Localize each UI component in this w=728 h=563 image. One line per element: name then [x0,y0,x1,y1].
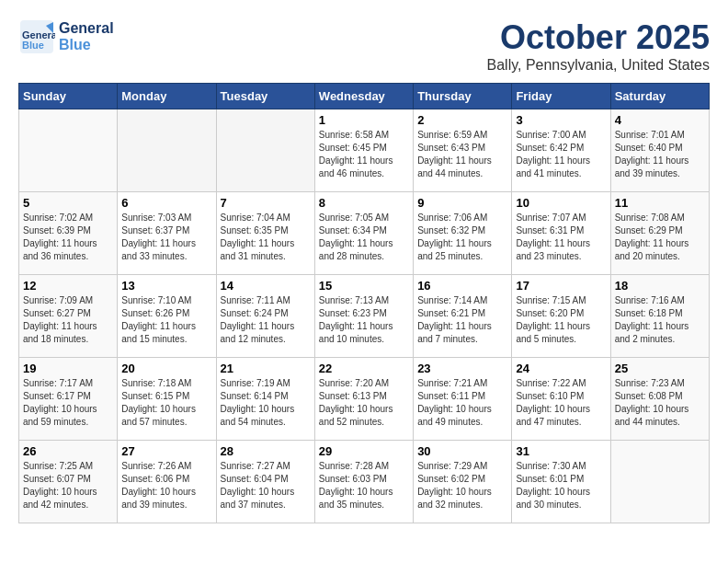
logo-text: GeneralBlue [59,20,114,53]
calendar-cell: 3Sunrise: 7:00 AM Sunset: 6:42 PM Daylig… [512,109,610,192]
calendar-header-saturday: Saturday [610,84,709,109]
location-title: Bally, Pennsylvania, United States [487,57,711,74]
logo: General Blue GeneralBlue [18,18,114,55]
calendar-week-5: 26Sunrise: 7:25 AM Sunset: 6:07 PM Dayli… [19,441,710,523]
day-info: Sunrise: 7:02 AM Sunset: 6:39 PM Dayligh… [23,212,113,263]
day-number: 18 [615,279,705,293]
day-number: 30 [417,444,507,458]
day-info: Sunrise: 7:09 AM Sunset: 6:27 PM Dayligh… [23,294,113,346]
calendar-cell: 23Sunrise: 7:21 AM Sunset: 6:11 PM Dayli… [414,358,512,441]
day-info: Sunrise: 7:18 AM Sunset: 6:15 PM Dayligh… [121,377,211,429]
calendar-cell: 17Sunrise: 7:15 AM Sunset: 6:20 PM Dayli… [512,275,610,358]
day-info: Sunrise: 7:10 AM Sunset: 6:26 PM Dayligh… [121,294,211,346]
day-number: 14 [221,279,311,293]
day-info: Sunrise: 7:26 AM Sunset: 6:06 PM Dayligh… [121,460,211,511]
calendar-cell: 19Sunrise: 7:17 AM Sunset: 6:17 PM Dayli… [19,358,118,441]
day-number: 31 [516,444,606,458]
day-number: 20 [121,362,211,375]
calendar-cell: 13Sunrise: 7:10 AM Sunset: 6:26 PM Dayli… [118,275,216,358]
calendar-cell: 30Sunrise: 7:29 AM Sunset: 6:02 PM Dayli… [414,441,512,523]
day-number: 28 [221,444,311,458]
calendar-header-row: SundayMondayTuesdayWednesdayThursdayFrid… [19,84,710,109]
day-number: 3 [516,113,606,127]
calendar-cell: 20Sunrise: 7:18 AM Sunset: 6:15 PM Dayli… [118,358,216,441]
calendar-cell: 4Sunrise: 7:01 AM Sunset: 6:40 PM Daylig… [610,109,709,192]
day-number: 27 [121,444,211,458]
day-info: Sunrise: 7:15 AM Sunset: 6:20 PM Dayligh… [516,294,606,346]
day-info: Sunrise: 7:13 AM Sunset: 6:23 PM Dayligh… [319,294,409,346]
calendar-header-tuesday: Tuesday [216,84,314,109]
calendar-cell: 8Sunrise: 7:05 AM Sunset: 6:34 PM Daylig… [314,192,413,275]
day-info: Sunrise: 7:28 AM Sunset: 6:03 PM Dayligh… [319,460,409,511]
calendar-header-sunday: Sunday [19,84,118,109]
calendar-cell [216,109,314,192]
day-number: 16 [417,279,507,293]
day-info: Sunrise: 7:27 AM Sunset: 6:04 PM Dayligh… [221,460,311,511]
day-number: 4 [615,113,705,127]
calendar-cell: 21Sunrise: 7:19 AM Sunset: 6:14 PM Dayli… [216,358,314,441]
svg-text:Blue: Blue [22,40,44,51]
calendar-cell [118,109,216,192]
calendar-cell: 12Sunrise: 7:09 AM Sunset: 6:27 PM Dayli… [19,275,118,358]
day-info: Sunrise: 7:20 AM Sunset: 6:13 PM Dayligh… [319,377,409,429]
calendar-cell: 5Sunrise: 7:02 AM Sunset: 6:39 PM Daylig… [19,192,118,275]
calendar-week-2: 5Sunrise: 7:02 AM Sunset: 6:39 PM Daylig… [19,192,710,275]
calendar-cell [610,441,709,523]
calendar-header-thursday: Thursday [414,84,512,109]
day-number: 6 [121,196,211,210]
calendar-table: SundayMondayTuesdayWednesdayThursdayFrid… [18,83,710,523]
day-info: Sunrise: 7:01 AM Sunset: 6:40 PM Dayligh… [615,129,705,180]
day-info: Sunrise: 6:58 AM Sunset: 6:45 PM Dayligh… [319,129,409,180]
day-number: 17 [516,279,606,293]
calendar-header-monday: Monday [118,84,216,109]
day-number: 5 [23,196,113,210]
calendar-cell: 28Sunrise: 7:27 AM Sunset: 6:04 PM Dayli… [216,441,314,523]
day-number: 19 [23,362,113,375]
day-info: Sunrise: 7:22 AM Sunset: 6:10 PM Dayligh… [516,377,606,429]
day-info: Sunrise: 6:59 AM Sunset: 6:43 PM Dayligh… [417,129,507,180]
calendar-week-3: 12Sunrise: 7:09 AM Sunset: 6:27 PM Dayli… [19,275,710,358]
calendar-week-4: 19Sunrise: 7:17 AM Sunset: 6:17 PM Dayli… [19,358,710,441]
page-header: General Blue GeneralBlue October 2025 Ba… [18,18,710,74]
calendar-header-wednesday: Wednesday [314,84,413,109]
day-info: Sunrise: 7:17 AM Sunset: 6:17 PM Dayligh… [23,377,113,429]
day-number: 9 [417,196,507,210]
calendar-cell: 11Sunrise: 7:08 AM Sunset: 6:29 PM Dayli… [610,192,709,275]
calendar-cell: 18Sunrise: 7:16 AM Sunset: 6:18 PM Dayli… [610,275,709,358]
day-number: 1 [319,113,409,127]
day-info: Sunrise: 7:19 AM Sunset: 6:14 PM Dayligh… [221,377,311,429]
day-info: Sunrise: 7:06 AM Sunset: 6:32 PM Dayligh… [417,212,507,263]
calendar-cell: 9Sunrise: 7:06 AM Sunset: 6:32 PM Daylig… [414,192,512,275]
day-number: 22 [319,362,409,375]
day-info: Sunrise: 7:29 AM Sunset: 6:02 PM Dayligh… [417,460,507,511]
calendar-cell: 7Sunrise: 7:04 AM Sunset: 6:35 PM Daylig… [216,192,314,275]
day-info: Sunrise: 7:11 AM Sunset: 6:24 PM Dayligh… [221,294,311,346]
day-info: Sunrise: 7:00 AM Sunset: 6:42 PM Dayligh… [516,129,606,180]
calendar-cell [19,109,118,192]
day-number: 11 [615,196,705,210]
calendar-cell: 25Sunrise: 7:23 AM Sunset: 6:08 PM Dayli… [610,358,709,441]
day-info: Sunrise: 7:23 AM Sunset: 6:08 PM Dayligh… [615,377,705,429]
day-number: 21 [221,362,311,375]
day-info: Sunrise: 7:16 AM Sunset: 6:18 PM Dayligh… [615,294,705,346]
calendar-cell: 2Sunrise: 6:59 AM Sunset: 6:43 PM Daylig… [414,109,512,192]
day-number: 10 [516,196,606,210]
calendar-cell: 26Sunrise: 7:25 AM Sunset: 6:07 PM Dayli… [19,441,118,523]
calendar-header-friday: Friday [512,84,610,109]
calendar-cell: 29Sunrise: 7:28 AM Sunset: 6:03 PM Dayli… [314,441,413,523]
day-number: 26 [23,444,113,458]
calendar-cell: 10Sunrise: 7:07 AM Sunset: 6:31 PM Dayli… [512,192,610,275]
calendar-cell: 27Sunrise: 7:26 AM Sunset: 6:06 PM Dayli… [118,441,216,523]
calendar-cell: 15Sunrise: 7:13 AM Sunset: 6:23 PM Dayli… [314,275,413,358]
calendar-week-1: 1Sunrise: 6:58 AM Sunset: 6:45 PM Daylig… [19,109,710,192]
day-number: 13 [121,279,211,293]
day-info: Sunrise: 7:03 AM Sunset: 6:37 PM Dayligh… [121,212,211,263]
day-number: 12 [23,279,113,293]
calendar-cell: 24Sunrise: 7:22 AM Sunset: 6:10 PM Dayli… [512,358,610,441]
calendar-cell: 6Sunrise: 7:03 AM Sunset: 6:37 PM Daylig… [118,192,216,275]
calendar-cell: 22Sunrise: 7:20 AM Sunset: 6:13 PM Dayli… [314,358,413,441]
day-number: 7 [221,196,311,210]
day-number: 15 [319,279,409,293]
month-title: October 2025 [487,18,711,57]
day-info: Sunrise: 7:08 AM Sunset: 6:29 PM Dayligh… [615,212,705,263]
